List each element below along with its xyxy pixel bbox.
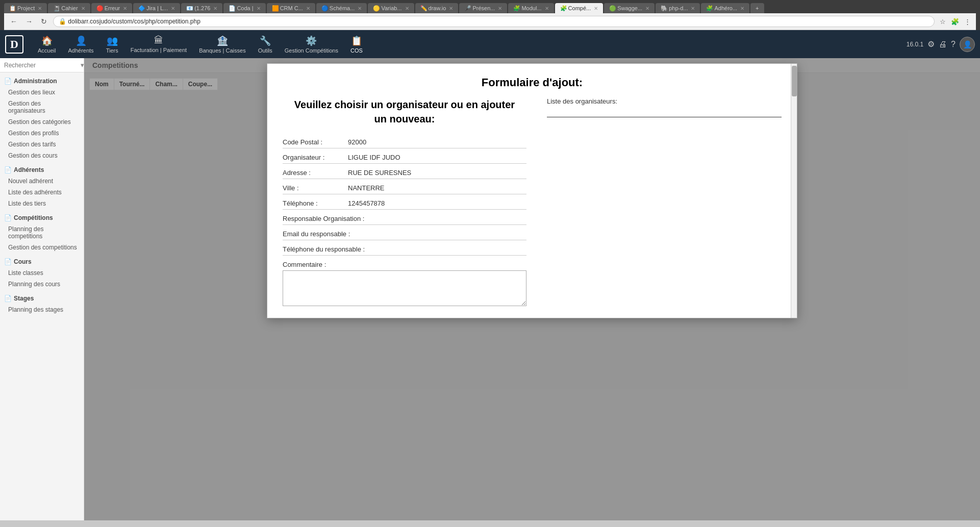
- sidebar-item-planning-stages[interactable]: Planning des stages: [0, 304, 84, 315]
- sidebar-item-liste-tiers[interactable]: Liste des tiers: [0, 198, 84, 209]
- section-title: Adhérents: [14, 166, 44, 173]
- modal-overlay: Formulaire d'ajout: Veuillez choisir un …: [84, 58, 980, 520]
- outils-icon: 🔧: [260, 35, 271, 46]
- content-area: Competitions Nom Tourné... Cham... Coupe…: [84, 58, 980, 520]
- browser-tab[interactable]: 🔴Erreur✕: [91, 3, 133, 13]
- input-telephone[interactable]: [348, 199, 526, 207]
- browser-tab[interactable]: 🧩Compé...✕: [555, 3, 604, 13]
- browser-tab[interactable]: 🎤Présen...✕: [459, 3, 507, 13]
- bookmark-btn[interactable]: ☆: [939, 17, 947, 27]
- sidebar-item-liste-classes[interactable]: Liste classes: [0, 267, 84, 279]
- nav-label: COS: [350, 47, 363, 54]
- browser-tab[interactable]: 🧩Adhéro...✕: [701, 3, 749, 13]
- nav-right: 16.0.1 ⚙ 🖨 ? 👤: [907, 37, 975, 52]
- browser-tab[interactable]: 🐘php-d...✕: [656, 3, 700, 13]
- nav-accueil[interactable]: 🏠 Accueil: [32, 32, 62, 57]
- sidebar-section-competitions: 📄 Compétitions: [0, 209, 84, 223]
- doc-icon: 📄: [4, 78, 12, 85]
- form-row-ville: Ville :: [283, 184, 526, 194]
- doc-icon-3: 📄: [4, 214, 12, 221]
- label-tel-responsable: Téléphone du responsable :: [283, 245, 365, 253]
- modal-dialog: Formulaire d'ajout: Veuillez choisir un …: [267, 63, 797, 318]
- nav-outils[interactable]: 🔧 Outils: [252, 32, 279, 57]
- search-input[interactable]: [4, 62, 81, 69]
- label-adresse: Adresse :: [283, 169, 344, 177]
- nav-label: Tiers: [106, 47, 118, 54]
- form-row-telephone: Téléphone :: [283, 199, 526, 210]
- input-adresse[interactable]: [348, 169, 526, 177]
- user-avatar[interactable]: 👤: [960, 37, 975, 52]
- input-codepostal[interactable]: [348, 138, 526, 146]
- facturation-icon: 🏛: [154, 35, 163, 46]
- search-bar: ▾: [0, 58, 84, 72]
- sidebar-item-gestion-tarifs[interactable]: Gestion des tarifs: [0, 139, 84, 150]
- browser-tab[interactable]: 📓Cahier✕: [48, 3, 90, 13]
- reload-button[interactable]: ↻: [39, 16, 49, 27]
- doc-icon-2: 📄: [4, 166, 12, 173]
- nav-label: Banques | Caisses: [199, 47, 246, 54]
- browser-tabs: 📋Project✕📓Cahier✕🔴Erreur✕🔷Jira | L...✕📧(…: [4, 3, 976, 13]
- section-title: Stages: [14, 295, 34, 302]
- browser-tab[interactable]: 🧩Modul...✕: [508, 3, 554, 13]
- sidebar-item-gestion-profils[interactable]: Gestion des profils: [0, 128, 84, 139]
- tiers-icon: 👥: [107, 35, 118, 46]
- sidebar-item-gestion-competitions[interactable]: Gestion des competitions: [0, 242, 84, 253]
- label-ville: Ville :: [283, 184, 344, 192]
- settings-btn[interactable]: ⚙: [927, 39, 935, 49]
- app-logo: D: [5, 35, 23, 54]
- search-arrow-icon[interactable]: ▾: [81, 61, 84, 69]
- back-button[interactable]: ←: [8, 16, 19, 27]
- extension-btn[interactable]: 🧩: [950, 17, 960, 27]
- input-liste-organisateurs[interactable]: [547, 107, 782, 117]
- nav-label: Gestion Compétitions: [285, 47, 338, 54]
- browser-tab[interactable]: 🔵Schéma...✕: [316, 3, 367, 13]
- url-text: dolibarr.cosjudo/custom/cos/php/competit…: [68, 18, 200, 25]
- browser-tab[interactable]: 📋Project✕: [4, 3, 47, 13]
- browser-tab[interactable]: 📧(1.276✕: [181, 3, 222, 13]
- nav-gestion-comp[interactable]: ⚙️ Gestion Compétitions: [279, 32, 344, 57]
- form-row-commentaire: Commentaire :: [283, 261, 526, 308]
- menu-btn[interactable]: ⋮: [963, 17, 972, 27]
- browser-tab[interactable]: 🟢Swagge...✕: [604, 3, 655, 13]
- new-tab-button[interactable]: +: [750, 3, 764, 13]
- url-bar[interactable]: 🔒 dolibarr.cosjudo/custom/cos/php/compet…: [53, 16, 935, 27]
- browser-actions: ☆ 🧩 ⋮: [939, 17, 972, 27]
- sidebar-item-liste-adherents[interactable]: Liste des adhérents: [0, 187, 84, 198]
- browser-tab[interactable]: 🔷Jira | L...✕: [133, 3, 180, 13]
- sidebar-item-gestion-lieux[interactable]: Gestion des lieux: [0, 87, 84, 98]
- input-responsable[interactable]: [368, 215, 526, 222]
- modal-right: Liste des organisateurs:: [547, 97, 782, 308]
- right-label: Liste des organisateurs:: [547, 97, 782, 105]
- nav-tiers[interactable]: 👥 Tiers: [100, 32, 124, 57]
- browser-tab[interactable]: 📄Coda |✕: [223, 3, 265, 13]
- section-title: Compétitions: [14, 214, 53, 221]
- nav-cos[interactable]: 📋 COS: [344, 32, 369, 57]
- browser-tab[interactable]: 🟡Variab...✕: [368, 3, 414, 13]
- sidebar-item-planning-competitions[interactable]: Planning des competitions: [0, 223, 84, 242]
- input-tel-responsable[interactable]: [369, 245, 526, 253]
- sidebar-item-gestion-categories[interactable]: Gestion des catégories: [0, 116, 84, 128]
- sidebar-item-nouvel-adherent[interactable]: Nouvel adhérent: [0, 175, 84, 187]
- nav-facturation[interactable]: 🏛 Facturation | Paiement: [124, 32, 193, 56]
- forward-button[interactable]: →: [23, 16, 35, 27]
- nav-label: Adhérents: [68, 47, 93, 54]
- browser-tab[interactable]: 🟧CRM C...✕: [267, 3, 315, 13]
- help-btn[interactable]: ?: [951, 40, 956, 49]
- sidebar-item-gestion-cours[interactable]: Gestion des cours: [0, 150, 84, 161]
- top-nav: D 🏠 Accueil 👤 Adhérents 👥 Tiers 🏛 Factur…: [0, 30, 980, 58]
- browser-tab[interactable]: ✏️draw.io✕: [415, 3, 459, 13]
- nav-adherents[interactable]: 👤 Adhérents: [62, 32, 99, 57]
- sidebar-item-gestion-organisateurs[interactable]: Gestion des organisateurs: [0, 98, 84, 116]
- input-organisateur[interactable]: [348, 154, 526, 161]
- main-area: ▾ 📄 Administration Gestion des lieux Ges…: [0, 58, 980, 520]
- nav-banques[interactable]: 🏦 Banques | Caisses: [193, 32, 252, 57]
- print-btn[interactable]: 🖨: [939, 40, 947, 49]
- input-commentaire[interactable]: [283, 270, 526, 306]
- modal-footer: SUIVANT: [267, 318, 797, 318]
- sidebar-section-adherents: 📄 Adhérents: [0, 161, 84, 175]
- input-ville[interactable]: [348, 184, 526, 192]
- form-row-codepostal: Code Postal :: [283, 138, 526, 148]
- input-email[interactable]: [354, 230, 526, 238]
- modal-scrollbar[interactable]: [791, 64, 797, 318]
- sidebar-item-planning-cours[interactable]: Planning des cours: [0, 279, 84, 290]
